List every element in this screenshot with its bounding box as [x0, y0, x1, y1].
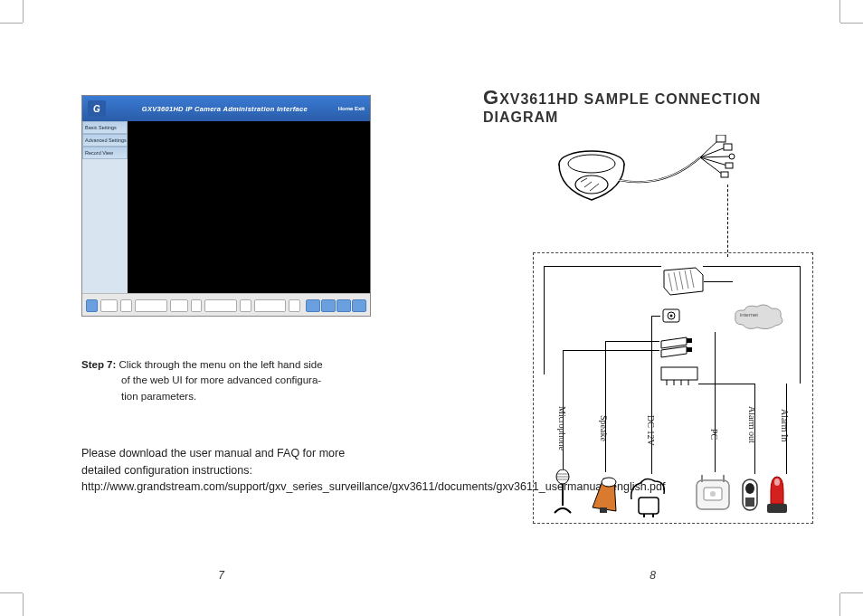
svg-rect-32	[639, 498, 659, 514]
svg-point-20	[670, 315, 673, 317]
label-pc: PC	[709, 429, 719, 440]
arrow-left-icon[interactable]	[337, 299, 351, 312]
label-alarm-in: Alarm In	[780, 409, 790, 441]
svg-line-5	[700, 147, 725, 157]
arrow-down-icon[interactable]	[321, 299, 336, 312]
toolbar-btn[interactable]	[120, 299, 132, 312]
toolbar-btn[interactable]	[100, 299, 119, 312]
diagram-title: GXV3611HD SAMPLE CONNECTION DIAGRAM	[483, 86, 818, 126]
microphone-device-icon	[551, 469, 574, 515]
svg-rect-42	[745, 498, 754, 507]
page-number-right: 8	[650, 569, 656, 582]
connection-diagram: internet Mic	[483, 135, 818, 533]
svg-line-7	[700, 156, 729, 157]
wire	[703, 266, 801, 267]
rj45-connector-icon	[659, 266, 705, 298]
dc-power-jack-icon	[659, 302, 687, 329]
title-cap: G	[483, 86, 499, 109]
step-text-line2: of the web UI for more advanced configur…	[81, 373, 402, 388]
wire	[704, 281, 733, 282]
wire	[605, 341, 606, 472]
wire	[544, 266, 545, 374]
step-text-line1: Click through the menu on the left hand …	[119, 359, 323, 370]
screenshot-header-links: Home Exit	[338, 106, 365, 111]
svg-point-8	[729, 154, 735, 159]
svg-rect-22	[687, 347, 692, 352]
sidebar-item-basic[interactable]: Basic Settings	[82, 121, 128, 134]
toolbar-info-icon[interactable]	[86, 299, 98, 312]
wire	[563, 350, 659, 351]
internet-label: internet	[740, 312, 758, 317]
svg-rect-6	[724, 144, 732, 150]
speaker-device-icon	[587, 471, 621, 515]
toolbar-btn[interactable]	[240, 299, 251, 312]
alarm-out-sensor-icon	[740, 474, 760, 514]
svg-point-37	[710, 491, 716, 497]
label-alarm-out: Alarm out	[747, 406, 757, 443]
alarm-terminal-icon	[659, 365, 700, 385]
screenshot-sidebar: Basic Settings Advanced Settings Record …	[82, 121, 128, 293]
camera-dome-icon	[555, 144, 628, 207]
dashed-wire	[727, 185, 728, 257]
page-number-left: 7	[218, 569, 224, 582]
label-speaker: Speake	[599, 415, 609, 441]
toolbar-btn[interactable]	[191, 299, 203, 312]
sidebar-item-advanced[interactable]: Advanced Settings	[82, 134, 128, 147]
svg-rect-23	[661, 367, 697, 380]
download-manual-text: Please download the user manual and FAQ …	[81, 445, 353, 496]
video-preview-area	[128, 121, 370, 293]
svg-point-30	[602, 478, 616, 487]
admin-interface-screenshot: G GXV3601HD IP Camera Administration Int…	[81, 95, 371, 317]
grandstream-logo-icon: G	[88, 100, 106, 117]
svg-point-41	[745, 483, 754, 494]
toolbar-btn[interactable]	[289, 299, 300, 312]
wire	[605, 341, 659, 342]
toolbar-btn[interactable]	[135, 299, 167, 312]
wire	[800, 266, 801, 384]
label-microphone: Microphone	[557, 406, 567, 450]
svg-rect-12	[721, 172, 728, 177]
screenshot-header: G GXV3601HD IP Camera Administration Int…	[82, 96, 370, 121]
wire	[651, 316, 652, 474]
manual-page-8: GXV3611HD SAMPLE CONNECTION DIAGRAM	[442, 0, 863, 616]
pc-router-device-icon	[693, 471, 733, 515]
alarm-in-siren-icon	[765, 473, 789, 515]
svg-rect-4	[716, 135, 725, 142]
arrow-right-icon[interactable]	[352, 299, 366, 312]
arrow-up-icon[interactable]	[306, 299, 320, 312]
svg-rect-21	[687, 338, 692, 343]
wire	[544, 266, 661, 267]
audio-jacks-icon	[659, 334, 696, 361]
screenshot-title: GXV3601HD IP Camera Administration Inter…	[111, 105, 338, 113]
toolbar-btn[interactable]	[254, 299, 287, 312]
wire	[715, 332, 716, 472]
step-text-line3: tion parameters.	[81, 389, 402, 404]
label-dc12v: DC 12V	[646, 415, 656, 446]
cable-bundle-icon	[619, 135, 763, 216]
internet-cloud-icon	[732, 302, 786, 334]
svg-line-11	[700, 157, 723, 175]
step-7-instruction: Step 7: Click through the menu on the le…	[81, 357, 402, 404]
svg-rect-44	[767, 504, 787, 513]
svg-rect-31	[600, 507, 607, 513]
wire	[651, 316, 660, 317]
sidebar-item-record[interactable]: Record View	[82, 147, 128, 159]
svg-line-3	[700, 140, 718, 157]
step-label: Step 7:	[81, 359, 116, 370]
screenshot-toolbar	[82, 293, 370, 317]
svg-point-2	[575, 175, 608, 194]
manual-page-7: G GXV3601HD IP Camera Administration Int…	[0, 0, 442, 616]
svg-line-9	[700, 157, 727, 166]
dc-adapter-device-icon	[628, 474, 669, 517]
wire	[698, 384, 754, 384]
toolbar-btn[interactable]	[204, 299, 237, 312]
title-rest: XV3611HD SAMPLE CONNECTION DIAGRAM	[483, 91, 761, 125]
svg-point-43	[774, 479, 780, 486]
svg-rect-10	[725, 163, 733, 168]
toolbar-btn[interactable]	[170, 299, 188, 312]
